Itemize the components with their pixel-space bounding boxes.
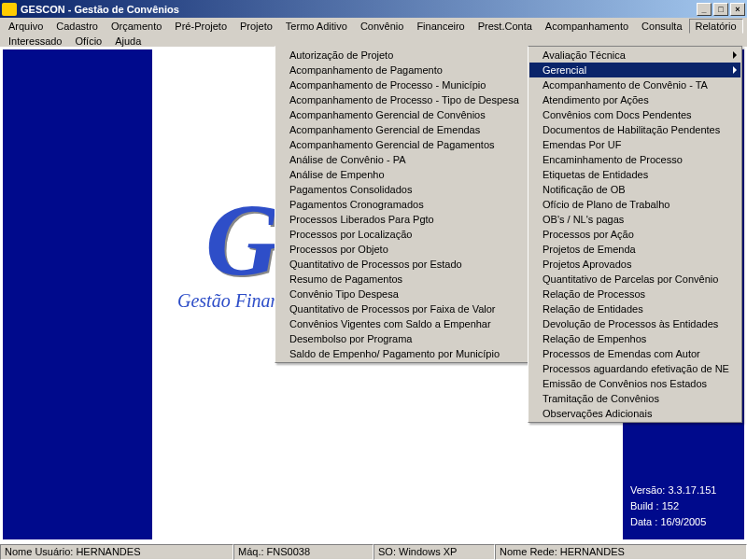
submenu-item[interactable]: Notificação de OB xyxy=(529,182,740,197)
relatorio-item[interactable]: Acompanhamento Gerencial de Pagamentos xyxy=(276,137,527,152)
submenu-item[interactable]: Processos aguardando efetivação de NE xyxy=(529,361,740,376)
relatorio-item[interactable]: Convênios Vigentes com Saldo a Empenhar xyxy=(276,316,527,331)
maximize-button[interactable]: □ xyxy=(713,3,728,16)
relatorio-item[interactable]: Quantitativo de Processos por Faixa de V… xyxy=(276,301,527,316)
submenu-item[interactable]: Atendimento por Ações xyxy=(529,92,740,107)
menu-consulta[interactable]: Consulta xyxy=(635,19,688,34)
window-controls: _ □ × xyxy=(697,3,745,16)
submenu-item[interactable]: Processos por Ação xyxy=(529,227,740,242)
submenu-item[interactable]: Projetos de Emenda xyxy=(529,242,740,257)
status-user-value: HERNANDES xyxy=(76,546,140,557)
relatorio-item[interactable]: Acompanhamento Gerencial de Emendas xyxy=(276,122,527,137)
submenu-item[interactable]: Relação de Processos xyxy=(529,287,740,301)
submenu-item[interactable]: Emendas Por UF xyxy=(529,137,740,152)
menu-relatorio-submenu: Avaliação TécnicaGerencialAcompanhamento… xyxy=(528,46,742,423)
window-title: GESCON - Gestão de Convênios xyxy=(21,4,697,15)
status-maq-value: FNS0038 xyxy=(267,546,310,557)
chevron-right-icon xyxy=(733,66,737,74)
relatorio-item[interactable]: Acompanhamento de Processo - Tipo de Des… xyxy=(276,92,527,107)
submenu-item[interactable]: Projetos Aprovados xyxy=(529,257,740,272)
menu-or-amento[interactable]: Orçamento xyxy=(105,19,168,34)
close-button[interactable]: × xyxy=(730,3,745,16)
submenu-item[interactable]: Tramitação de Convênios xyxy=(529,391,740,406)
date-label: Data : xyxy=(630,516,657,527)
statusbar: Nome Usuário: HERNANDES Máq.: FNS0038 SO… xyxy=(0,543,747,560)
relatorio-item[interactable]: Convênio Tipo Despesa xyxy=(276,287,527,301)
status-rede-label: Nome Rede: xyxy=(500,546,557,557)
relatorio-item[interactable]: Processos por Objeto xyxy=(276,242,527,257)
relatorio-item[interactable]: Saldo de Empenho/ Pagamento por Municípi… xyxy=(276,346,527,361)
build-label: Build : xyxy=(630,500,659,511)
status-user: Nome Usuário: HERNANDES xyxy=(0,544,233,560)
submenu-item[interactable]: Observações Adicionais xyxy=(529,406,740,421)
relatorio-item[interactable]: Acompanhamento de Processo - Município xyxy=(276,77,527,92)
menu-conv-nio[interactable]: Convênio xyxy=(354,19,410,34)
submenu-item[interactable]: Ofício de Plano de Trabalho xyxy=(529,197,740,212)
submenu-item[interactable]: Processos de Emendas com Autor xyxy=(529,346,740,361)
relatorio-item[interactable]: Acompanhamento de Pagamento xyxy=(276,63,527,77)
submenu-item[interactable]: Emissão de Convênios nos Estados xyxy=(529,376,740,391)
menu-relat-rio[interactable]: Relatório xyxy=(689,19,743,34)
menu-termo-aditivo[interactable]: Termo Aditivo xyxy=(279,19,354,34)
submenu-item[interactable]: Relação de Empenhos xyxy=(529,331,740,346)
titlebar: GESCON - Gestão de Convênios _ □ × xyxy=(0,0,747,18)
relatorio-item[interactable]: Resumo de Pagamentos xyxy=(276,272,527,287)
version-label: Versão: xyxy=(630,484,665,496)
relatorio-item[interactable]: Análise de Convênio - PA xyxy=(276,152,527,167)
app-icon xyxy=(2,3,17,16)
submenu-item[interactable]: Convênios com Docs Pendentes xyxy=(529,107,740,122)
menu-relatorio-dropdown: Autorização de ProjetoAcompanhamento de … xyxy=(275,46,529,363)
status-rede-value: HERNANDES xyxy=(560,546,625,557)
relatorio-item[interactable]: Processos Liberados Para Pgto xyxy=(276,212,527,227)
status-so: SO: Windows XP xyxy=(374,544,495,560)
status-maq: Máq.: FNS0038 xyxy=(233,544,374,560)
minimize-button[interactable]: _ xyxy=(697,3,712,16)
status-maq-label: Máq.: xyxy=(238,546,264,557)
submenu-header-item[interactable]: Gerencial xyxy=(529,63,740,77)
relatorio-item[interactable]: Análise de Empenho xyxy=(276,167,527,182)
relatorio-item[interactable]: Desembolso por Programa xyxy=(276,331,527,346)
date-value: 16/9/2005 xyxy=(660,516,706,527)
relatorio-item[interactable]: Quantitativo de Processos por Estado xyxy=(276,257,527,272)
menu-financeiro[interactable]: Financeiro xyxy=(410,19,471,34)
submenu-item[interactable]: Documentos de Habilitação Pendentes xyxy=(529,122,740,137)
version-value: 3.3.17.151 xyxy=(668,484,716,496)
chevron-right-icon xyxy=(733,51,737,59)
submenu-item[interactable]: Devolução de Processos às Entidades xyxy=(529,316,740,331)
menu-pr-projeto[interactable]: Pré-Projeto xyxy=(168,19,233,34)
relatorio-item[interactable]: Autorização de Projeto xyxy=(276,48,527,63)
status-so-label: SO: xyxy=(378,546,396,557)
submenu-item[interactable]: Acompanhamento de Convênio - TA xyxy=(529,77,740,92)
menu-acompanhamento[interactable]: Acompanhamento xyxy=(539,19,635,34)
menu-cadastro[interactable]: Cadastro xyxy=(49,19,105,34)
relatorio-item[interactable]: Processos por Localização xyxy=(276,227,527,242)
relatorio-item[interactable]: Pagamentos Cronogramados xyxy=(276,197,527,212)
submenu-header-item[interactable]: Avaliação Técnica xyxy=(529,48,740,63)
side-panel-left xyxy=(3,49,152,539)
relatorio-item[interactable]: Pagamentos Consolidados xyxy=(276,182,527,197)
status-rede: Nome Rede: HERNANDES xyxy=(495,544,747,560)
relatorio-item[interactable]: Acompanhamento Gerencial de Convênios xyxy=(276,107,527,122)
status-so-value: Windows XP xyxy=(399,546,457,557)
submenu-item[interactable]: Encaminhamento de Processo xyxy=(529,152,740,167)
submenu-item[interactable]: Relação de Entidades xyxy=(529,301,740,316)
menu-projeto[interactable]: Projeto xyxy=(233,19,279,34)
submenu-item[interactable]: Quantitativo de Parcelas por Convênio xyxy=(529,272,740,287)
menu-prest-conta[interactable]: Prest.Conta xyxy=(472,19,539,34)
build-value: 152 xyxy=(662,500,679,511)
status-user-label: Nome Usuário: xyxy=(5,546,73,557)
menu-arquivo[interactable]: Arquivo xyxy=(2,19,49,34)
version-box: Versão: 3.3.17.151 Build : 152 Data : 16… xyxy=(630,483,737,530)
submenu-item[interactable]: OB's / NL's pagas xyxy=(529,212,740,227)
submenu-item[interactable]: Etiquetas de Entidades xyxy=(529,167,740,182)
